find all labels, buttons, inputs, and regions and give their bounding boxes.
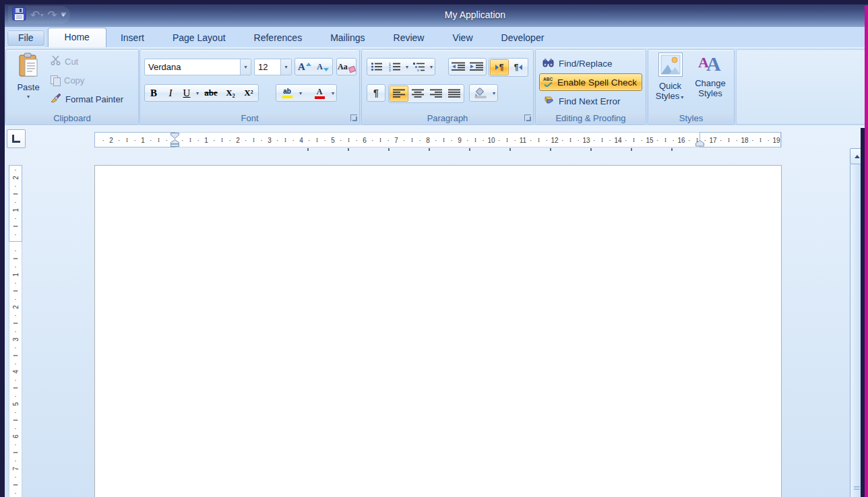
left-to-right-button[interactable]: ¶ — [490, 59, 509, 75]
ruler-tick: · — [292, 136, 294, 143]
enable-spell-check-toggle[interactable]: ABC Enable Spell Check — [539, 73, 642, 91]
subscript-button[interactable]: X₂ — [222, 86, 239, 100]
paragraph-dialog-launcher[interactable] — [524, 114, 531, 121]
tab-view[interactable]: View — [438, 29, 487, 47]
clear-formatting-icon: Aa — [338, 62, 348, 72]
ruler-tick: 14 — [614, 136, 621, 143]
tab-developer[interactable]: Developer — [487, 29, 559, 47]
multilevel-dropdown-icon[interactable]: ▾ — [429, 64, 434, 70]
redo-button[interactable]: ↷ — [47, 7, 57, 23]
italic-button[interactable]: I — [162, 86, 179, 100]
grow-font-icon: A — [298, 61, 305, 73]
first-line-indent-marker[interactable] — [170, 133, 179, 139]
change-styles-button[interactable]: AA Change Styles — [690, 53, 731, 110]
font-size-combobox[interactable]: 12 ▾ — [254, 59, 292, 75]
text-highlight-button[interactable]: ab — [277, 86, 297, 100]
find-replace-button[interactable]: Find/Replace — [539, 55, 642, 71]
strikethrough-button[interactable]: abe — [201, 86, 221, 100]
underline-dropdown-icon[interactable]: ▾ — [195, 90, 200, 96]
tab-review[interactable]: Review — [379, 29, 439, 47]
align-center-icon — [412, 89, 424, 98]
multilevel-list-button[interactable] — [410, 59, 428, 74]
ruler-tick: I — [696, 137, 698, 143]
grow-font-button[interactable]: A — [296, 59, 313, 74]
font-size-value: 12 — [255, 59, 280, 75]
bullets-button[interactable] — [368, 59, 385, 74]
font-dialog-launcher[interactable] — [350, 114, 357, 121]
copy-button[interactable]: Copy — [51, 73, 138, 88]
ruler-tick: I — [12, 226, 19, 228]
horizontal-ruler[interactable]: ·2·I·1·I··I·1·I·2·I·3·I·4·I·5·I·6·I·7·I·… — [94, 132, 782, 147]
clear-formatting-button[interactable]: Aa — [338, 59, 355, 74]
superscript-button[interactable]: X² — [240, 86, 257, 100]
group-font: Verdana ▾ 12 ▾ A A Aa — [140, 49, 360, 125]
scrollbar-grip-icon — [854, 486, 860, 490]
quick-styles-button[interactable]: Quick Styles▾ — [652, 53, 689, 110]
ruler-tick: · — [14, 376, 16, 384]
paste-button[interactable]: Paste ▾ — [10, 53, 46, 110]
right-to-left-button[interactable]: ¶ — [509, 60, 527, 75]
underline-button[interactable]: U — [179, 86, 194, 100]
document-page[interactable] — [94, 165, 782, 497]
highlight-dropdown-icon[interactable]: ▾ — [298, 90, 303, 96]
tab-mailings[interactable]: Mailings — [316, 29, 379, 47]
ruler-tick: I — [253, 137, 255, 143]
group-editing-proofing: Find/Replace ABC Enable Spell Check — [535, 49, 646, 125]
tab-page-layout[interactable]: Page Layout — [158, 29, 240, 47]
shrink-font-button[interactable]: A — [314, 59, 332, 74]
hanging-indent-marker[interactable] — [170, 139, 179, 147]
align-center-button[interactable] — [409, 86, 427, 101]
font-name-combobox[interactable]: Verdana ▾ — [144, 59, 251, 75]
font-color-button[interactable]: A — [309, 86, 330, 100]
format-painter-button[interactable]: Format Painter — [51, 92, 138, 106]
ruler-tick: 1 — [141, 136, 145, 143]
tab-stop-icon — [12, 135, 20, 143]
increase-indent-button[interactable] — [468, 59, 485, 74]
align-left-button[interactable] — [390, 86, 408, 102]
show-paragraph-marks-button[interactable]: ¶ — [368, 86, 384, 100]
tab-insert[interactable]: Insert — [106, 29, 158, 47]
save-button[interactable] — [12, 7, 26, 23]
numbering-button[interactable]: 1 2 3 — [386, 59, 404, 74]
ruler-tick: I — [12, 355, 19, 357]
tab-stop-tick — [671, 148, 673, 151]
tab-home[interactable]: Home — [48, 28, 106, 47]
find-next-error-button[interactable]: Find Next Error — [539, 93, 642, 109]
find-replace-label: Find/Replace — [559, 59, 613, 69]
decrease-indent-button[interactable] — [450, 59, 467, 74]
shading-button[interactable] — [470, 86, 491, 100]
ruler-tick: · — [14, 490, 16, 497]
ruler-tick: · — [514, 136, 516, 143]
ruler-tick: · — [166, 136, 168, 143]
cut-button[interactable]: Cut — [51, 54, 138, 69]
shading-dropdown-icon[interactable]: ▾ — [491, 90, 497, 96]
numbering-dropdown-icon[interactable]: ▾ — [404, 64, 410, 70]
ruler-tick: · — [14, 312, 16, 319]
ruler-tick: I — [126, 137, 128, 143]
cut-label: Cut — [65, 57, 78, 67]
font-name-dropdown-icon[interactable]: ▾ — [240, 59, 251, 75]
tab-stop-selector-button[interactable] — [7, 129, 26, 148]
ruler-tick: · — [14, 344, 16, 352]
justify-button[interactable] — [445, 86, 463, 101]
quick-styles-icon — [658, 53, 683, 79]
shading-cluster: ▾ — [469, 84, 498, 102]
ruler-tick: · — [213, 136, 215, 143]
tab-references[interactable]: References — [240, 29, 317, 47]
file-tab[interactable]: File — [7, 30, 45, 46]
ruler-tick: 19 — [772, 136, 780, 143]
vertical-ruler[interactable]: ·2·I·1·I··I·1·I·2·I·3·I·4·I·5·I·6·I·7·I· — [9, 165, 22, 497]
ruler-tick: 1 — [204, 136, 208, 143]
undo-button[interactable]: ↶ ▾ — [30, 7, 43, 23]
font-color-dropdown-icon[interactable]: ▾ — [330, 90, 336, 96]
tab-stop-tick — [388, 148, 390, 151]
align-right-button[interactable] — [427, 86, 445, 101]
ruler-tick: 11 — [520, 136, 526, 143]
font-size-dropdown-icon[interactable]: ▾ — [280, 59, 291, 75]
change-styles-icon: AA — [698, 53, 722, 77]
qat-customize-button[interactable] — [61, 7, 66, 23]
bold-button[interactable]: B — [146, 86, 162, 100]
ruler-tick: 1 — [12, 273, 20, 277]
ruler-tick: · — [118, 136, 120, 143]
change-styles-label: Change Styles — [695, 79, 726, 99]
